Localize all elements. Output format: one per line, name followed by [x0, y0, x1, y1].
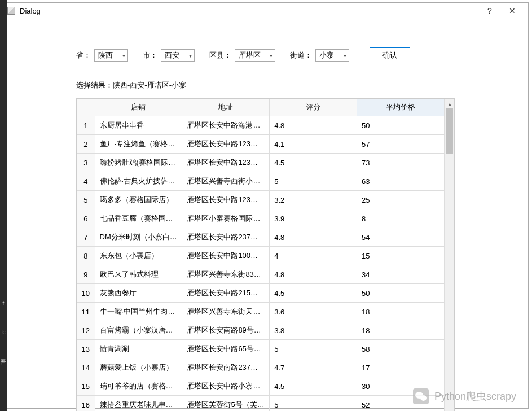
confirm-button[interactable]: 确认 [370, 47, 410, 63]
cell-rating[interactable]: 3.2 [270, 191, 357, 209]
table-row[interactable]: 5噶多多（赛格国际店）雁塔区长安中路123号赛...3.225 [77, 191, 445, 209]
row-number-header[interactable] [77, 99, 95, 116]
cell-price[interactable]: 34 [357, 265, 445, 284]
cell-addr[interactable]: 雁塔区长安中路123号赛... [182, 154, 270, 172]
table-row[interactable]: 3嗨捞猪肚鸡(赛格国际店)雁塔区长安中路123号赛...4.573 [77, 154, 445, 172]
cell-price[interactable]: 25 [357, 191, 445, 209]
cell-shop[interactable]: 七品香豆腐（赛格国际... [95, 209, 182, 228]
cell-rating[interactable]: 4.7 [270, 358, 357, 377]
cell-price[interactable]: 30 [357, 377, 445, 396]
cell-price[interactable]: 17 [357, 358, 445, 377]
cell-shop[interactable]: 噶多多（赛格国际店） [95, 191, 182, 209]
vertical-scrollbar[interactable]: ▴ [445, 99, 454, 411]
table-row[interactable]: 15瑞可爷爷的店（赛格店）雁塔区长安中路小寨赛...4.530 [77, 377, 445, 396]
scroll-thumb[interactable] [446, 108, 453, 154]
cell-rating[interactable]: 5 [270, 340, 357, 358]
cell-shop[interactable]: 百富烤霸（小寨汉唐店） [95, 321, 182, 340]
cell-rating[interactable]: 4.5 [270, 154, 357, 172]
col-price-header[interactable]: 平均价格 [357, 99, 445, 116]
cell-shop[interactable]: DM分米时刻（小寨白金... [95, 228, 182, 247]
cell-shop[interactable]: 嗨捞猪肚鸡(赛格国际店) [95, 154, 182, 172]
cell-addr[interactable]: 雁塔区兴善寺西街小寨... [182, 172, 270, 191]
cell-addr[interactable]: 雁塔区长安中路100号文... [182, 247, 270, 265]
cell-addr[interactable]: 雁塔区兴善寺东街83号... [182, 265, 270, 284]
cell-price[interactable]: 73 [357, 154, 445, 172]
city-combo[interactable]: 西安 ▾ [161, 49, 195, 62]
cell-addr[interactable]: 雁塔区长安中路65号金... [182, 340, 270, 358]
cell-shop[interactable]: 东厨居串串香 [95, 116, 182, 135]
cell-rating[interactable]: 5 [270, 396, 357, 412]
cell-rating[interactable]: 4.8 [270, 116, 357, 135]
table-row[interactable]: 7DM分米时刻（小寨白金...雁塔区长安中路237号二...4.854 [77, 228, 445, 247]
cell-price[interactable]: 18 [357, 321, 445, 340]
table-row[interactable]: 16辣拾叁重庆老味儿串串香...雁塔区芙蓉街5号（芙蓉...552 [77, 396, 445, 412]
cell-addr[interactable]: 雁塔区长安中路215号西... [182, 284, 270, 303]
col-rating-header[interactable]: 评分 [270, 99, 357, 116]
cell-rating[interactable]: 4 [270, 247, 357, 265]
cell-rating[interactable]: 5 [270, 172, 357, 191]
table-row[interactable]: 12百富烤霸（小寨汉唐店）雁塔区长安南路89号汉...3.818 [77, 321, 445, 340]
table-row[interactable]: 6七品香豆腐（赛格国际...雁塔区小寨赛格国际购...3.98 [77, 209, 445, 228]
cell-price[interactable]: 63 [357, 172, 445, 191]
table-row[interactable]: 9欧巴来了韩式料理雁塔区兴善寺东街83号...4.834 [77, 265, 445, 284]
cell-addr[interactable]: 雁塔区小寨赛格国际购... [182, 209, 270, 228]
table-row[interactable]: 14蘑菇爱上饭（小寨店）雁塔区长安南路237号路...4.717 [77, 358, 445, 377]
cell-price[interactable]: 50 [357, 116, 445, 135]
row-number: 11 [77, 303, 95, 321]
cell-addr[interactable]: 雁塔区长安中路小寨赛... [182, 377, 270, 396]
cell-price[interactable]: 52 [357, 396, 445, 412]
table-row[interactable]: 1东厨居串串香雁塔区长安中路海港城...4.850 [77, 116, 445, 135]
cell-shop[interactable]: 愤青涮涮 [95, 340, 182, 358]
cell-addr[interactable]: 雁塔区长安中路123号赛... [182, 191, 270, 209]
cell-rating[interactable]: 3.8 [270, 321, 357, 340]
cell-shop[interactable]: 瑞可爷爷的店（赛格店） [95, 377, 182, 396]
district-combo[interactable]: 雁塔区 ▾ [235, 49, 275, 62]
cell-addr[interactable]: 雁塔区长安南路89号汉... [182, 321, 270, 340]
col-addr-header[interactable]: 地址 [182, 99, 270, 116]
cell-price[interactable]: 57 [357, 135, 445, 154]
cell-shop[interactable]: 牛一嘴·中国兰州牛肉拉... [95, 303, 182, 321]
cell-price[interactable]: 50 [357, 284, 445, 303]
cell-rating[interactable]: 3.9 [270, 209, 357, 228]
cell-shop[interactable]: 欧巴来了韩式料理 [95, 265, 182, 284]
cell-rating[interactable]: 4.5 [270, 284, 357, 303]
help-button[interactable]: ? [478, 3, 501, 19]
cell-addr[interactable]: 雁塔区长安中路237号二... [182, 228, 270, 247]
cell-rating[interactable]: 4.1 [270, 135, 357, 154]
cell-price[interactable]: 58 [357, 340, 445, 358]
cell-addr[interactable]: 雁塔区兴善寺东街天佑... [182, 303, 270, 321]
cell-price[interactable]: 8 [357, 209, 445, 228]
cell-rating[interactable]: 4.5 [270, 377, 357, 396]
table-row[interactable]: 11牛一嘴·中国兰州牛肉拉...雁塔区兴善寺东街天佑...3.618 [77, 303, 445, 321]
cell-shop[interactable]: 灰熊西餐厅 [95, 284, 182, 303]
col-shop-header[interactable]: 店铺 [95, 99, 182, 116]
window-title: Dialog [20, 7, 478, 15]
cell-addr[interactable]: 雁塔区长安中路海港城... [182, 116, 270, 135]
table-row[interactable]: 4佛伦萨·古典火炉披萨（...雁塔区兴善寺西街小寨...563 [77, 172, 445, 191]
cell-rating[interactable]: 3.6 [270, 303, 357, 321]
cell-shop[interactable]: 佛伦萨·古典火炉披萨（... [95, 172, 182, 191]
cell-rating[interactable]: 4.8 [270, 228, 357, 247]
cell-shop[interactable]: 东东包（小寨店） [95, 247, 182, 265]
table-row[interactable]: 8东东包（小寨店）雁塔区长安中路100号文...415 [77, 247, 445, 265]
cell-addr[interactable]: 雁塔区芙蓉街5号（芙蓉... [182, 396, 270, 412]
street-combo[interactable]: 小寨 ▾ [315, 49, 349, 62]
close-button[interactable]: ✕ [501, 3, 524, 19]
cell-addr[interactable]: 雁塔区长安中路123号赛... [182, 135, 270, 154]
cell-price[interactable]: 15 [357, 247, 445, 265]
cell-shop[interactable]: 蘑菇爱上饭（小寨店） [95, 358, 182, 377]
table-row[interactable]: 2鱼厂·专注烤鱼（赛格国...雁塔区长安中路123号赛...4.157 [77, 135, 445, 154]
cell-shop[interactable]: 辣拾叁重庆老味儿串串香... [95, 396, 182, 412]
row-number: 9 [77, 265, 95, 284]
scroll-up-arrow[interactable]: ▴ [445, 99, 454, 108]
table-row[interactable]: 13愤青涮涮雁塔区长安中路65号金...558 [77, 340, 445, 358]
table-row[interactable]: 10灰熊西餐厅雁塔区长安中路215号西...4.550 [77, 284, 445, 303]
cell-price[interactable]: 18 [357, 303, 445, 321]
cell-rating[interactable]: 4.8 [270, 265, 357, 284]
chevron-down-icon: ▾ [344, 53, 346, 59]
province-combo[interactable]: 陕西 ▾ [94, 49, 128, 62]
dialog-window: Dialog ? ✕ 省： 陕西 ▾ 市： 西安 ▾ 区县： 雁塔区 ▾ 街道：… [2, 2, 529, 409]
cell-addr[interactable]: 雁塔区长安南路237号路... [182, 358, 270, 377]
cell-shop[interactable]: 鱼厂·专注烤鱼（赛格国... [95, 135, 182, 154]
cell-price[interactable]: 54 [357, 228, 445, 247]
